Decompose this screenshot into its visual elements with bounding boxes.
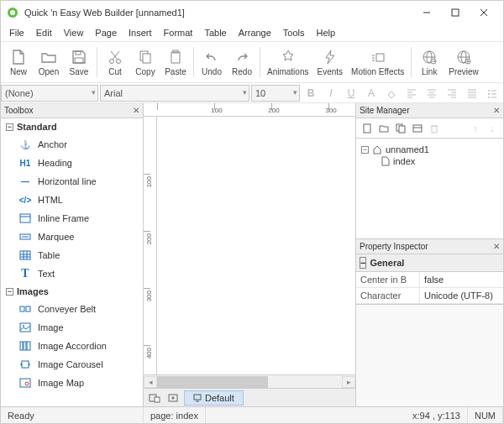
clone-page-icon[interactable]	[395, 123, 407, 134]
tool-image[interactable]: Image	[1, 318, 143, 337]
events-button[interactable]: Events	[313, 43, 346, 81]
horizontal-scrollbar[interactable]: ◂ ▸	[144, 374, 355, 388]
tool-image-map[interactable]: Image Map	[1, 374, 143, 392]
tool-horizontal-line[interactable]: ―Horizontal line	[1, 172, 143, 191]
menu-view[interactable]: View	[59, 26, 89, 39]
tree-page-index[interactable]: index	[361, 155, 498, 167]
status-numlock: NUM	[468, 407, 503, 423]
breakpoint-tab-default[interactable]: Default	[184, 390, 244, 406]
close-button[interactable]	[470, 3, 498, 23]
menu-format[interactable]: Format	[159, 26, 198, 39]
italic-button[interactable]: I	[322, 85, 340, 102]
new-button[interactable]: New	[4, 43, 33, 81]
tool-marquee[interactable]: Marquee	[1, 228, 143, 246]
responsive-icon[interactable]	[147, 391, 162, 405]
tool-inline-frame[interactable]: Inline Frame	[1, 209, 143, 228]
undo-button[interactable]: Undo	[197, 43, 226, 81]
titlebar: Quick 'n Easy Web Builder [unnamed1]	[1, 1, 503, 24]
close-icon[interactable]: ✕	[493, 106, 500, 115]
tool-heading[interactable]: H1Heading	[1, 154, 143, 172]
font-color-button[interactable]: A	[362, 85, 381, 102]
font-combo[interactable]: Arial▾	[100, 85, 249, 102]
menu-arrange[interactable]: Arrange	[234, 26, 276, 39]
align-center-button[interactable]	[423, 85, 441, 102]
align-center-icon	[427, 88, 437, 98]
tool-html[interactable]: </>HTML	[1, 191, 143, 209]
underline-button[interactable]: U	[342, 85, 360, 102]
cut-button[interactable]: Cut	[101, 43, 129, 81]
status-coords: x:94 , y:113	[406, 407, 468, 423]
property-group-general[interactable]: −General	[356, 254, 503, 272]
list-button[interactable]	[483, 85, 501, 102]
maximize-button[interactable]	[441, 3, 470, 23]
menu-edit[interactable]: Edit	[31, 26, 57, 39]
menu-insert[interactable]: Insert	[123, 26, 157, 39]
menu-help[interactable]: Help	[312, 26, 341, 39]
collapse-icon[interactable]: −	[361, 146, 369, 154]
statusbar: Ready page: index x:94 , y:113 NUM	[1, 406, 503, 423]
align-justify-button[interactable]	[463, 85, 481, 102]
collapse-icon: −	[6, 288, 13, 296]
site-tree[interactable]: − unnamed1 index	[356, 139, 503, 239]
preview-icon	[454, 48, 473, 66]
svg-point-48	[488, 93, 490, 95]
redo-icon	[233, 48, 251, 66]
scroll-right-icon[interactable]: ▸	[342, 376, 355, 388]
page-properties-icon[interactable]	[412, 123, 423, 134]
copy-button[interactable]: Copy	[131, 43, 160, 81]
delete-icon[interactable]	[428, 123, 440, 134]
toolbox-category-standard[interactable]: −Standard	[1, 118, 143, 135]
link-button[interactable]: Link	[415, 43, 444, 81]
open-button[interactable]: Open	[34, 43, 63, 81]
tool-conveyer-belt[interactable]: Conveyer Belt	[1, 300, 143, 318]
menu-page[interactable]: Page	[90, 26, 122, 39]
redo-button[interactable]: Redo	[228, 43, 256, 81]
new-page-icon[interactable]	[361, 123, 373, 134]
tool-anchor[interactable]: ⚓Anchor	[1, 135, 143, 154]
menu-file[interactable]: File	[4, 26, 29, 39]
fill-color-button[interactable]	[382, 85, 401, 102]
property-row[interactable]: Center in Bfalse	[356, 272, 503, 288]
preview-button[interactable]: Preview	[445, 43, 482, 81]
list-icon	[487, 88, 497, 98]
motion-effects-button[interactable]: Motion Effects	[348, 43, 407, 81]
toolbox-category-images[interactable]: −Images	[1, 283, 143, 300]
tool-table[interactable]: Table	[1, 246, 143, 264]
animations-button[interactable]: Animations	[264, 43, 312, 81]
scroll-thumb[interactable]	[157, 376, 268, 388]
align-left-button[interactable]	[402, 85, 421, 102]
property-row[interactable]: CharacterUnicode (UTF-8)	[356, 288, 503, 304]
carousel-icon	[19, 359, 31, 370]
menu-table[interactable]: Table	[199, 26, 231, 39]
move-down-icon[interactable]: ↓	[486, 123, 498, 134]
save-button[interactable]: Save	[65, 43, 93, 81]
bold-button[interactable]: B	[302, 85, 320, 102]
add-breakpoint-icon[interactable]	[165, 391, 181, 405]
tree-root[interactable]: − unnamed1	[361, 144, 498, 155]
tool-image-carousel[interactable]: Image Carousel	[1, 355, 143, 374]
scroll-left-icon[interactable]: ◂	[144, 376, 157, 388]
canvas[interactable]	[157, 117, 355, 374]
tool-text[interactable]: TText	[1, 264, 143, 283]
font-size-combo[interactable]: 10▾	[251, 85, 300, 102]
paste-button[interactable]: Paste	[161, 43, 190, 81]
menu-tools[interactable]: Tools	[278, 26, 310, 39]
svg-rect-62	[26, 306, 30, 311]
move-up-icon[interactable]: ↑	[470, 123, 481, 134]
collapse-icon: −	[360, 257, 366, 269]
table-icon	[19, 249, 31, 261]
align-right-button[interactable]	[443, 85, 461, 102]
events-icon	[321, 48, 339, 66]
close-icon[interactable]: ✕	[133, 106, 139, 115]
style-combo[interactable]: (None)▾	[1, 85, 98, 102]
close-icon[interactable]: ✕	[493, 242, 500, 251]
copy-icon	[136, 48, 155, 66]
scroll-track[interactable]	[157, 376, 342, 388]
status-ready: Ready	[1, 407, 144, 423]
new-folder-icon[interactable]	[378, 123, 390, 134]
minimize-button[interactable]	[412, 3, 441, 23]
tool-image-accordion[interactable]: Image Accordion	[1, 337, 143, 355]
new-file-icon	[9, 48, 28, 66]
toolbox-list[interactable]: −Standard ⚓Anchor H1Heading ―Horizontal …	[1, 118, 143, 406]
property-inspector-header: Property Inspector ✕	[356, 239, 503, 254]
